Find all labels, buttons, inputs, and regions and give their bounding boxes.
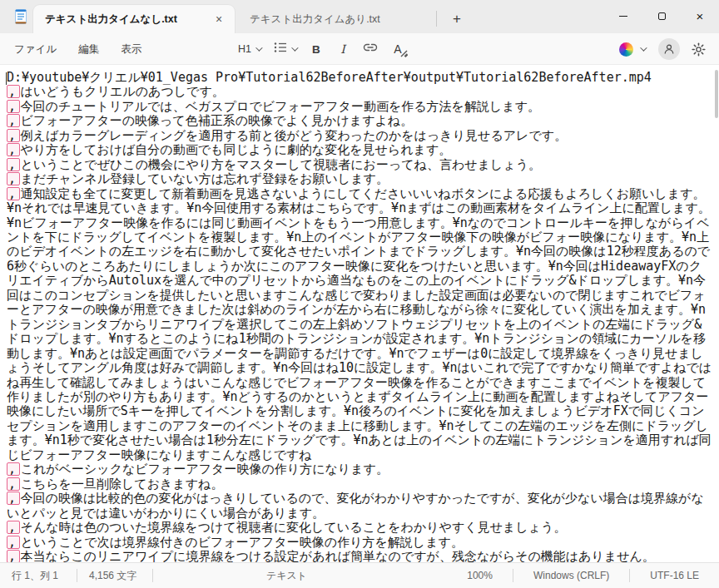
- list-dropdown[interactable]: [269, 38, 301, 60]
- comma-match-highlight: ,: [7, 521, 20, 534]
- text-line: ,やり方をしておけば自分の動画でも同じように劇的な変化を見せられます。: [7, 143, 712, 157]
- text-line: ,例えばカラーグレーディングを適用する前と後がどう変わったのかをはっきり見せるア…: [7, 129, 712, 143]
- text-line: ,はいどうもクリエルのあつしです。: [7, 85, 712, 99]
- notepad-app-icon: [12, 8, 29, 25]
- chevron-down-icon: [640, 44, 647, 51]
- clear-format-button[interactable]: A: [386, 38, 409, 60]
- line-ending[interactable]: Windows (CRLF): [513, 570, 629, 581]
- text-line: ,今回の映像は比較的色の変化がはっきりしているので、変化がわかりやすかったですが…: [7, 492, 712, 521]
- document-mode[interactable]: テキスト: [255, 569, 319, 583]
- text-line: ,こちらを一旦削除しておきますね。: [7, 477, 712, 492]
- maximize-button[interactable]: [642, 0, 681, 32]
- statusbar-right: 100% Windows (CRLF) UTF-16 LE: [447, 569, 719, 582]
- comma-match-highlight: ,: [7, 462, 20, 476]
- comma-match-highlight: ,: [7, 172, 20, 185]
- minimize-icon: [619, 16, 627, 17]
- new-tab-button[interactable]: +: [446, 8, 468, 29]
- comma-match-highlight: ,: [7, 114, 20, 127]
- format-group: H1 B I: [233, 33, 409, 65]
- chevron-down-icon: [291, 44, 298, 51]
- text-line: ,ということで次は境界線付きのビフォーアフター映像の作り方を解説します。: [7, 536, 712, 550]
- menu-view[interactable]: 表示: [110, 37, 152, 62]
- text-editor[interactable]: D:¥youtube¥クリエル¥01_Vegas Pro¥Tutorial62B…: [0, 65, 719, 562]
- clear-format-icon: A: [394, 42, 401, 57]
- statusbar-separator: [152, 569, 153, 582]
- menu-bar: ファイル 編集 表示: [3, 33, 152, 65]
- comma-match-highlight: ,: [7, 187, 20, 200]
- text-line: ,ということでぜひこの機会にやり方をマスターして視聴者におーってね、言わせましょ…: [7, 158, 712, 172]
- copilot-dropdown[interactable]: [612, 39, 652, 60]
- italic-button[interactable]: I: [331, 38, 355, 60]
- bullet-list-icon: [274, 42, 287, 57]
- text-caret: [6, 72, 7, 85]
- minimize-button[interactable]: [604, 0, 642, 32]
- tab-timed-off[interactable]: テキスト出力タイムなし.txt ×: [33, 5, 235, 33]
- chevron-down-icon: [255, 44, 262, 51]
- cursor-position: 行 1、列 1: [0, 569, 77, 583]
- encoding[interactable]: UTF-16 LE: [630, 570, 719, 581]
- status-bar: 行 1、列 1 4,156 文字 テキスト 100% Windows (CRLF…: [0, 562, 719, 588]
- tab-title: テキスト出力タイムあり.txt: [238, 12, 380, 27]
- character-count: 4,156 文字: [77, 569, 152, 583]
- text-line: ,通知設定も全てに変更して新着動画を見逃さないようにしてくださいいいねボタンによ…: [7, 187, 712, 463]
- tab-timed-on[interactable]: テキスト出力タイムあり.txt: [238, 5, 428, 33]
- vertical-scrollbar[interactable]: [715, 70, 718, 118]
- window-controls: ×: [604, 0, 719, 32]
- comma-match-highlight: ,: [7, 477, 20, 491]
- account-button[interactable]: [658, 38, 680, 60]
- tab-title: テキスト出力タイムなし.txt: [33, 12, 208, 27]
- text-line: ,今回のチュートリアルでは、ベガスプロでビフォーアフター動画を作る方法を解説しま…: [7, 100, 712, 114]
- comma-match-highlight: ,: [7, 492, 20, 505]
- person-icon: [663, 43, 675, 55]
- toolbar: ファイル 編集 表示 H1 B I: [0, 33, 719, 65]
- bold-label: B: [312, 43, 320, 56]
- italic-label: I: [340, 42, 345, 56]
- comma-match-highlight: ,: [7, 85, 20, 98]
- heading-label: H1: [238, 43, 251, 55]
- copilot-icon: [619, 42, 633, 57]
- heading-dropdown[interactable]: H1: [233, 38, 265, 60]
- bold-button[interactable]: B: [305, 38, 328, 60]
- menu-edit[interactable]: 編集: [67, 37, 110, 62]
- text-line: ,本当ならこのリニアワイプに境界線をつける設定があれば簡単なのですが、残念ながら…: [7, 550, 712, 562]
- editor-content: D:¥youtube¥クリエル¥01_Vegas Pro¥Tutorial62B…: [0, 65, 719, 562]
- menu-file[interactable]: ファイル: [3, 37, 67, 62]
- comma-match-highlight: ,: [7, 158, 20, 171]
- comma-match-highlight: ,: [7, 143, 20, 156]
- maximize-icon: [658, 12, 666, 20]
- close-button[interactable]: ×: [681, 0, 719, 32]
- comma-match-highlight: ,: [7, 100, 20, 113]
- comma-match-highlight: ,: [7, 536, 20, 549]
- link-icon: [363, 42, 378, 57]
- comma-match-highlight: ,: [7, 550, 20, 562]
- text-line: D:¥youtube¥クリエル¥01_Vegas Pro¥Tutorial62B…: [7, 71, 712, 85]
- text-line: ,そんな時は色のついた境界線をつけて視聴者に変化していることをわかりやすく見せま…: [7, 521, 712, 535]
- zoom-level[interactable]: 100%: [447, 570, 513, 581]
- settings-button[interactable]: [687, 38, 711, 60]
- tab-close-icon[interactable]: ×: [208, 10, 230, 28]
- text-line: ,まだチャンネル登録していない方は忘れず登録をお願いします。: [7, 172, 712, 186]
- toolbar-right-group: [612, 33, 711, 65]
- titlebar: テキスト出力タイムなし.txt × テキスト出力タイムあり.txt + ×: [0, 0, 719, 33]
- text-line: ,これがベーシックなビフォーアフター映像の作り方になります。: [7, 462, 712, 477]
- link-button[interactable]: [358, 38, 383, 60]
- comma-match-highlight: ,: [7, 129, 20, 142]
- tab-divider: [436, 11, 437, 27]
- text-line: ,ビフォーアフターの映像って色補正系の映像でよく見かけますよね。: [7, 114, 712, 128]
- gear-icon: [692, 42, 706, 57]
